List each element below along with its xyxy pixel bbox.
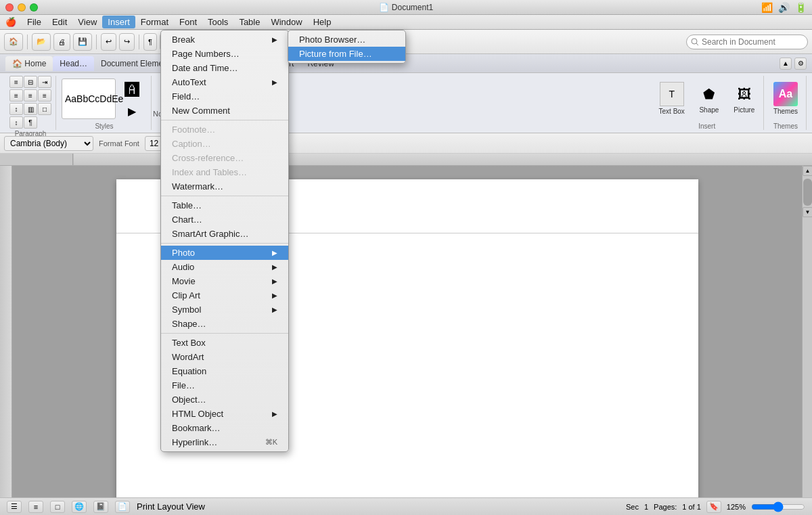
- movie-arrow: ▶: [272, 277, 277, 285]
- left-ruler: [0, 166, 12, 515]
- menu-apple[interactable]: 🍎: [0, 16, 22, 28]
- menu-edit[interactable]: Edit: [47, 16, 72, 28]
- toolbar-redo-btn[interactable]: ↪: [119, 33, 135, 51]
- menu-bookmark[interactable]: Bookmark…: [161, 421, 288, 435]
- para-show-btn[interactable]: ¶: [24, 116, 37, 129]
- menubar: 🍎 File Edit View Insert Format Font Tool…: [0, 15, 812, 30]
- menu-smartart[interactable]: SmartArt Graphic…: [161, 227, 288, 241]
- para-shading-btn[interactable]: ▥: [24, 103, 37, 115]
- menu-insert[interactable]: Insert: [102, 16, 135, 28]
- themes-btn[interactable]: Aa Themes: [769, 81, 802, 116]
- menu-file[interactable]: File…: [161, 378, 288, 393]
- view-list-btn[interactable]: ☰: [7, 501, 22, 513]
- para-numlist-btn[interactable]: ⊟: [24, 76, 37, 88]
- menu-table[interactable]: Table…: [161, 198, 288, 212]
- insert-picture-btn[interactable]: 🖼 Picture: [729, 82, 759, 115]
- ribbon-collapse-btn[interactable]: ▲: [780, 58, 792, 70]
- ribbon-settings-btn[interactable]: ⚙: [794, 58, 807, 70]
- style-normal-preview[interactable]: AaBbCcDdEe: [62, 79, 116, 119]
- doc-title-text: Document1: [392, 3, 433, 12]
- menu-symbol[interactable]: Symbol ▶: [161, 303, 288, 317]
- para-align-center[interactable]: ≡: [24, 89, 37, 102]
- section-label: Sec: [626, 503, 639, 511]
- audio-arrow: ▶: [272, 263, 277, 271]
- menu-clip-art[interactable]: Clip Art ▶: [161, 288, 288, 303]
- menu-format[interactable]: Format: [135, 16, 174, 28]
- menu-table[interactable]: Table: [233, 16, 265, 28]
- toolbar-home-btn[interactable]: 🏠: [4, 33, 23, 51]
- bookmark-btn[interactable]: 🔖: [706, 501, 721, 513]
- fontbar: Cambria (Body) Arial Times New Roman For…: [0, 133, 812, 154]
- menu-audio[interactable]: Audio ▶: [161, 260, 288, 274]
- menu-html-object[interactable]: HTML Object ▶: [161, 407, 288, 421]
- menu-hyperlink[interactable]: Hyperlink… ⌘K: [161, 435, 288, 449]
- style-nav-btn[interactable]: ▶: [117, 104, 147, 119]
- menu-view[interactable]: View: [72, 16, 102, 28]
- tab-home[interactable]: 🏠 Home: [5, 56, 53, 71]
- insert-shape-btn[interactable]: ⬟ Shape: [694, 82, 724, 115]
- menu-file[interactable]: File: [22, 16, 47, 28]
- menu-wordart[interactable]: WordArt: [161, 350, 288, 364]
- toolbar-undo-btn[interactable]: ↩: [101, 33, 116, 51]
- menu-field[interactable]: Field…: [161, 89, 288, 104]
- minimize-button[interactable]: [18, 3, 26, 12]
- scroll-down-arrow[interactable]: ▼: [803, 207, 812, 217]
- toolbar-print-btn[interactable]: 🖨: [53, 33, 70, 51]
- menu-help[interactable]: Help: [308, 16, 337, 28]
- para-spacing-btn[interactable]: ↕: [9, 103, 23, 115]
- search-input[interactable]: [686, 35, 808, 49]
- view-web-btn[interactable]: 🌐: [72, 501, 87, 513]
- close-button[interactable]: [5, 3, 14, 12]
- scroll-up-arrow[interactable]: ▲: [803, 166, 812, 176]
- menu-caption: Caption…: [161, 137, 288, 151]
- menu-equation[interactable]: Equation: [161, 364, 288, 378]
- menu-autotext[interactable]: AutoText ▶: [161, 75, 288, 89]
- menu-sep4: [161, 333, 288, 334]
- menu-shape[interactable]: Shape…: [161, 317, 288, 331]
- view-outline-btn[interactable]: ≡: [28, 501, 43, 513]
- menu-date-time[interactable]: Date and Time…: [161, 61, 288, 75]
- scroll-thumb[interactable]: [803, 179, 812, 206]
- insert-content: T Text Box ⬟ Shape 🖼 Picture: [655, 76, 759, 121]
- toolbar-paragraph-btn[interactable]: ¶: [143, 33, 157, 51]
- view-notebook-btn[interactable]: 📓: [93, 501, 108, 513]
- menu-chart[interactable]: Chart…: [161, 212, 288, 227]
- maximize-button[interactable]: [30, 3, 38, 12]
- para-border-btn[interactable]: □: [38, 103, 51, 115]
- menu-break[interactable]: Break ▶: [161, 32, 288, 47]
- zoom-slider[interactable]: [751, 501, 805, 512]
- view-layout-btn[interactable]: □: [50, 501, 65, 513]
- toolbar-open-btn[interactable]: 📂: [32, 33, 51, 51]
- toolbar-save-btn[interactable]: 💾: [73, 33, 92, 51]
- picture-from-file-item[interactable]: Picture from File…: [288, 47, 405, 61]
- menu-page-numbers[interactable]: Page Numbers…: [161, 47, 288, 61]
- para-list-btn[interactable]: ≡: [9, 76, 23, 88]
- menu-photo[interactable]: Photo ▶: [161, 246, 288, 260]
- statusbar: ☰ ≡ □ 🌐 📓 📄 Print Layout View Sec 1 Page…: [0, 497, 812, 515]
- styles-content: AaBbCcDdEe 🅰 ▶: [62, 76, 147, 121]
- menu-text-box[interactable]: Text Box: [161, 336, 288, 350]
- pages-label: Pages:: [654, 503, 677, 511]
- font-name-select[interactable]: Cambria (Body) Arial Times New Roman: [4, 136, 93, 151]
- para-align-right[interactable]: ≡: [38, 89, 51, 102]
- ribbon-group-paragraph: ≡ ⊟ ⇥ ≡ ≡ ≡ ↕ ▥ □ ↕: [5, 76, 56, 130]
- menu-movie[interactable]: Movie ▶: [161, 274, 288, 288]
- menu-watermark[interactable]: Watermark…: [161, 179, 288, 194]
- menu-sep3: [161, 243, 288, 244]
- para-sort-btn[interactable]: ↕: [9, 116, 23, 129]
- para-align-left[interactable]: ≡: [9, 89, 23, 102]
- para-indent-btn[interactable]: ⇥: [38, 76, 51, 88]
- menu-tools[interactable]: Tools: [202, 16, 233, 28]
- menu-window[interactable]: Window: [265, 16, 307, 28]
- menu-font[interactable]: Font: [174, 16, 202, 28]
- font-color-btn[interactable]: 🅰: [117, 78, 147, 102]
- insert-textbox-btn[interactable]: T Text Box: [655, 81, 689, 116]
- pages-value: 1 of 1: [682, 503, 701, 511]
- right-scrollbar[interactable]: ▲ ▼: [802, 166, 812, 497]
- tab-header[interactable]: Head…: [53, 56, 94, 71]
- menu-new-comment[interactable]: New Comment: [161, 104, 288, 118]
- view-draft-btn[interactable]: 📄: [115, 501, 130, 513]
- menu-object[interactable]: Object…: [161, 393, 288, 407]
- zoom-label: 125%: [727, 503, 746, 511]
- photo-browser-item[interactable]: Photo Browser…: [288, 32, 405, 47]
